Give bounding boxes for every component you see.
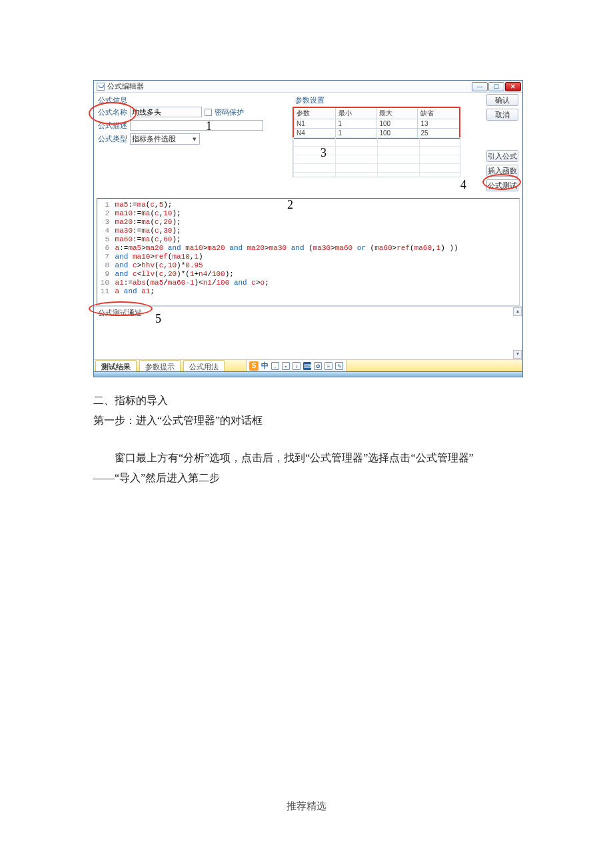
ime-settings-icon[interactable]: ≡ (324, 362, 332, 370)
test-status-text: 公式测试通过 (98, 309, 142, 317)
ime-mode-text[interactable]: 中 (261, 361, 269, 371)
doc-step1: 第一步：进入“公式管理器”的对话框 (93, 412, 523, 429)
formula-desc-label: 公式描述 (98, 121, 127, 131)
ime-mic-icon[interactable]: ♪ (293, 362, 301, 370)
doc-p2: 窗口最上方有“分析”选项，点击后，找到“公式管理器”选择点击“公式管理器” (93, 449, 523, 467)
doc-body: 二、指标的导入 第一步：进入“公式管理器”的对话框 窗口最上方有“分析”选项，点… (93, 392, 523, 487)
ime-toolbar: S 中 ， • ♪ ⌨ ✿ ≡ ✎ (246, 360, 346, 371)
param-row[interactable]: N1 1 100 13 (293, 119, 460, 129)
doc-p3: ——“导入”然后进入第二步 (93, 469, 523, 487)
annotation-1: 1 (206, 119, 212, 133)
param-row[interactable]: N4 1 100 25 (293, 129, 460, 139)
scroll-down-icon[interactable]: ▾ (513, 350, 522, 359)
formula-type-value: 指标条件选股 (132, 134, 176, 144)
formula-type-label: 公式类型 (98, 134, 127, 144)
tab-test-result[interactable]: 测试结果 (95, 360, 137, 371)
param-cell[interactable]: 1 (335, 119, 376, 129)
param-cell[interactable]: 1 (335, 129, 376, 139)
cancel-button[interactable]: 取消 (486, 109, 518, 121)
param-hdr-min: 最小 (335, 107, 376, 119)
output-tab-strip: 测试结果 参数提示 公式用法 S 中 ， • ♪ ⌨ ✿ ≡ ✎ (94, 359, 522, 371)
param-config-label: 参数设置 (295, 95, 486, 105)
ok-button[interactable]: 确认 (486, 94, 518, 106)
chevron-down-icon: ▾ (191, 135, 198, 143)
annotation-5: 5 (155, 312, 161, 326)
tab-param-hint[interactable]: 参数提示 (139, 360, 181, 371)
taskbar-slice (94, 371, 522, 377)
doc-heading: 二、指标的导入 (93, 392, 523, 409)
app-icon (97, 83, 105, 91)
password-checkbox[interactable] (205, 109, 212, 116)
formula-info-label: 公式信息 (98, 95, 290, 105)
param-cell[interactable]: 100 (376, 119, 418, 129)
window-title: 公式编辑器 (107, 81, 144, 91)
param-table: 参数 最小 最大 缺省 N1 1 100 13 N4 (293, 107, 460, 139)
formula-code-editor[interactable]: 1 ma5:=ma(c,5); 2 ma10:=ma(c,10); 3 ma20… (97, 198, 520, 306)
param-cell[interactable]: 100 (376, 129, 418, 139)
param-hdr-max: 最大 (376, 107, 418, 119)
password-label: 密码保护 (215, 107, 244, 117)
annotation-2: 2 (287, 198, 293, 212)
minimize-button[interactable]: — (472, 82, 488, 91)
close-button[interactable]: ✕ (505, 82, 521, 91)
param-hdr-name: 参数 (293, 107, 335, 119)
ime-logo-icon[interactable]: S (249, 361, 259, 371)
insert-function-button[interactable]: 插入函数 (486, 165, 518, 177)
param-empty-grid (293, 137, 460, 177)
param-cell[interactable]: N4 (293, 129, 335, 139)
maximize-button[interactable]: ☐ (488, 82, 504, 91)
formula-desc-input[interactable] (130, 120, 263, 131)
formula-name-label: 公式名称 (98, 107, 127, 117)
param-hdr-def: 缺省 (418, 107, 460, 119)
param-cell[interactable]: N1 (293, 119, 335, 129)
test-output-area: 公式测试通过 5 ▴ ▾ (94, 306, 522, 359)
param-cell[interactable]: 13 (418, 119, 460, 129)
formula-test-button[interactable]: 公式测试 (486, 179, 518, 191)
ime-tool-icon[interactable]: ✎ (335, 362, 343, 370)
window-titlebar: 公式编辑器 — ☐ ✕ (94, 81, 522, 93)
annotation-4: 4 (460, 178, 466, 192)
ime-keyboard-icon[interactable]: ⌨ (303, 362, 311, 370)
annotation-3: 3 (320, 146, 326, 160)
import-formula-button[interactable]: 引入公式 (486, 150, 518, 162)
ime-skin-icon[interactable]: ✿ (314, 362, 322, 370)
tab-usage[interactable]: 公式用法 (183, 360, 225, 371)
param-cell[interactable]: 25 (418, 129, 460, 139)
ime-cloud-icon[interactable]: • (282, 362, 290, 370)
formula-type-dropdown[interactable]: 指标条件选股 ▾ (130, 133, 200, 145)
formula-name-input[interactable] (130, 107, 202, 117)
scroll-up-icon[interactable]: ▴ (513, 307, 522, 316)
ime-punct-icon[interactable]: ， (271, 362, 279, 370)
formula-editor-window: 公式编辑器 — ☐ ✕ 公式信息 公式名称 密码保护 公式描述 (93, 80, 523, 377)
